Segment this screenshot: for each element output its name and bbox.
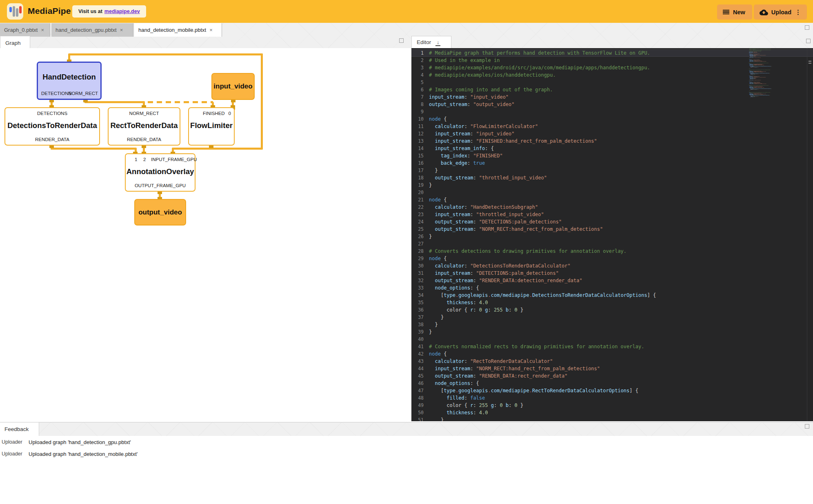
close-tab-icon[interactable]: × xyxy=(209,27,213,33)
close-tab-icon[interactable]: × xyxy=(120,27,123,33)
output-port-label: NORM_RECT xyxy=(68,91,98,96)
line-number: 17 xyxy=(411,167,424,174)
wire-throttled-loop-right xyxy=(261,53,263,150)
line-number: 10 xyxy=(411,115,424,123)
input-port-label: 2 xyxy=(143,157,146,162)
feedback-tab-label: Feedback xyxy=(4,426,29,432)
line-number: 43 xyxy=(411,358,424,365)
code-editor[interactable]: 1# MediaPipe graph that performs hand de… xyxy=(411,48,813,421)
code-line: 44 input_stream: "NORM_RECT:hand_rect_fr… xyxy=(411,365,813,372)
expand-feedback-icon[interactable] xyxy=(805,424,809,429)
expand-editor-panel-icon[interactable] xyxy=(806,39,811,43)
line-number: 35 xyxy=(411,299,424,306)
line-number: 41 xyxy=(411,343,424,350)
line-number: 8 xyxy=(411,101,424,108)
feedback-source: Uploader xyxy=(0,451,29,457)
line-number: 9 xyxy=(411,108,424,115)
line-number: 26 xyxy=(411,233,424,240)
input-port-label: 1 xyxy=(135,157,137,162)
new-button-label: New xyxy=(733,9,745,15)
menu-icon xyxy=(723,10,729,14)
code-line: 38 } xyxy=(411,321,813,328)
line-number: 37 xyxy=(411,314,424,321)
line-number: 42 xyxy=(411,350,424,358)
code-line: 24 output_stream: "DETECTIONS:palm_detec… xyxy=(411,218,813,225)
app-header: MediaPipe Visit us at mediapipe.dev New … xyxy=(0,0,813,23)
new-button[interactable]: New xyxy=(717,4,752,20)
line-number: 23 xyxy=(411,211,424,218)
line-number: 31 xyxy=(411,270,424,277)
file-tab-bar: Graph_0.pbtxt×hand_detection_gpu.pbtxt×h… xyxy=(0,23,813,37)
node-rect-to-render-data[interactable]: NORM_RECT RectToRenderData RENDER_DATA xyxy=(108,107,180,146)
tab-editor[interactable]: Editor ↓ xyxy=(411,36,451,48)
code-line: 43 calculator: "RectToRenderDataCalculat… xyxy=(411,358,813,365)
code-line: 36 color { r: 0 g: 255 b: 0 } xyxy=(411,306,813,314)
node-title: FlowLimiter xyxy=(189,121,234,130)
kebab-menu-icon[interactable]: ⋮ xyxy=(795,9,801,15)
node-flow-limiter[interactable]: FINISHED 0 FlowLimiter xyxy=(188,107,235,146)
code-line: 37 } xyxy=(411,314,813,321)
code-line: 41# Converts normalized rects to drawing… xyxy=(411,343,813,350)
expand-tabs-icon[interactable] xyxy=(805,25,809,30)
node-detections-to-render-data[interactable]: DETECTIONS DetectionsToRenderData RENDER… xyxy=(4,107,100,146)
input-port-label: 0 xyxy=(229,111,231,116)
panel-tab-row: Graph Editor ↓ xyxy=(0,37,813,48)
code-line: 39} xyxy=(411,328,813,336)
tab-graph[interactable]: Graph xyxy=(0,36,30,50)
wire-normrect-across xyxy=(84,101,145,103)
line-number: 11 xyxy=(411,123,424,130)
visit-us-text: Visit us at xyxy=(78,9,102,14)
wire-flowlimiter-to-overlay-across xyxy=(172,148,212,150)
output-port-label: DETECTIONS xyxy=(41,91,71,96)
graph-tab-label: Graph xyxy=(5,40,21,46)
code-line: 21node { xyxy=(411,196,813,203)
input-port-label: DETECTIONS xyxy=(5,111,99,116)
upload-button[interactable]: Upload ⋮ xyxy=(754,4,807,20)
editor-minimap[interactable]: # MediaPipe graph that performs hand det… xyxy=(749,49,794,179)
line-number: 47 xyxy=(411,387,424,394)
mediapipe-dev-link[interactable]: mediapipe.dev xyxy=(104,9,140,14)
line-number: 25 xyxy=(411,225,424,233)
code-line: 34 [type.googleapis.com/mediapipe.Detect… xyxy=(411,292,813,299)
line-number: 39 xyxy=(411,328,424,336)
node-title: output_video xyxy=(138,208,182,217)
line-number: 20 xyxy=(411,189,424,196)
line-number: 24 xyxy=(411,218,424,225)
line-number: 34 xyxy=(411,292,424,299)
editor-scrollbar-track[interactable] xyxy=(807,48,807,421)
line-number: 48 xyxy=(411,394,424,402)
node-hand-detection[interactable]: HandDetection DETECTIONS NORM_RECT xyxy=(37,62,102,100)
feedback-entry: UploaderUploaded graph 'hand_detection_m… xyxy=(0,451,138,457)
node-title: AnnotationOverlay xyxy=(126,167,195,176)
line-number: 16 xyxy=(411,159,424,167)
download-icon[interactable]: ↓ xyxy=(435,40,441,44)
file-tab[interactable]: hand_detection_gpu.pbtxt× xyxy=(51,23,133,37)
file-tab[interactable]: hand_detection_mobile.pbtxt× xyxy=(134,23,222,37)
line-number: 45 xyxy=(411,372,424,380)
node-output-video[interactable]: output_video xyxy=(134,199,186,225)
node-input-video[interactable]: input_video xyxy=(211,73,255,100)
editor-tab-label: Editor xyxy=(417,39,431,45)
line-number: 40 xyxy=(411,336,424,343)
code-line: 47 [type.googleapis.com/mediapipe.RectTo… xyxy=(411,387,813,394)
line-number: 12 xyxy=(411,130,424,137)
line-number: 32 xyxy=(411,277,424,284)
line-number: 15 xyxy=(411,152,424,159)
output-port-label: RENDER_DATA xyxy=(5,137,99,142)
wire-backedge-dashed xyxy=(148,101,213,103)
graph-canvas[interactable]: HandDetection DETECTIONS NORM_RECT input… xyxy=(0,48,411,422)
minimap-content: # MediaPipe graph that performs hand det… xyxy=(749,49,794,98)
file-tab[interactable]: Graph_0.pbtxt× xyxy=(0,23,50,37)
code-line: 46 node_options: { xyxy=(411,380,813,387)
node-title: HandDetection xyxy=(38,73,100,82)
close-tab-icon[interactable]: × xyxy=(41,27,44,33)
line-number: 14 xyxy=(411,145,424,152)
node-annotation-overlay[interactable]: 1 2 INPUT_FRAME_GPU AnnotationOverlay OU… xyxy=(125,153,195,192)
input-port-label: INPUT_FRAME_GPU xyxy=(151,157,197,162)
line-number: 27 xyxy=(411,240,424,248)
tab-feedback[interactable]: Feedback xyxy=(0,422,39,436)
line-number: 22 xyxy=(411,203,424,211)
expand-graph-panel-icon[interactable] xyxy=(399,38,404,43)
line-number: 36 xyxy=(411,306,424,314)
code-line: 19} xyxy=(411,181,813,189)
